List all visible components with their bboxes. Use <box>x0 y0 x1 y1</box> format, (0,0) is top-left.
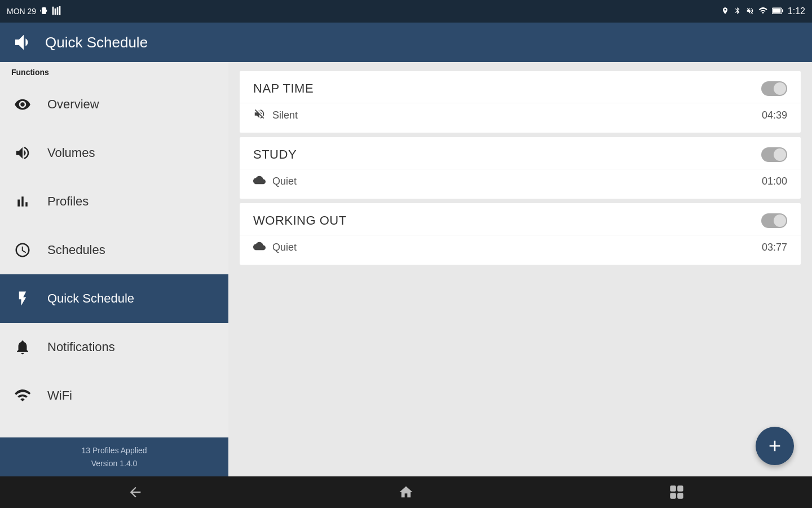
working-out-toggle[interactable] <box>761 213 787 228</box>
sidebar-label-notifications: Notifications <box>47 340 115 354</box>
battery-icon <box>772 7 783 16</box>
svg-rect-2 <box>773 8 780 13</box>
bottom-nav-bar <box>0 476 812 508</box>
sidebar: Functions Overview Volumes Profiles <box>0 62 228 476</box>
sidebar-item-profiles[interactable]: Profiles <box>0 177 228 226</box>
svg-rect-5 <box>678 487 682 491</box>
sidebar-label-quick-schedule: Quick Schedule <box>47 291 134 306</box>
sidebar-item-overview[interactable]: Overview <box>0 80 228 129</box>
study-detail: Quiet 01:00 <box>240 169 801 199</box>
working-out-mode-label: Quiet <box>272 242 297 253</box>
add-schedule-fab[interactable] <box>756 427 794 465</box>
nap-time-name: NAP TIME <box>253 81 314 96</box>
study-toggle[interactable] <box>761 147 787 162</box>
working-out-time: 03:77 <box>762 242 787 253</box>
nap-time-mode: Silent <box>253 108 298 122</box>
bluetooth-icon <box>734 7 742 16</box>
nap-time-time: 04:39 <box>762 110 787 121</box>
app-icon <box>11 30 36 55</box>
study-time: 01:00 <box>762 176 787 187</box>
content-area: NAP TIME Silent 04:39 STUDY <box>228 62 812 476</box>
app-title: Quick Schedule <box>45 34 148 51</box>
quiet-icon-study <box>253 174 266 189</box>
sidebar-item-schedules[interactable]: Schedules <box>0 226 228 274</box>
app-header: Quick Schedule <box>0 23 812 62</box>
study-mode: Quiet <box>253 174 297 189</box>
study-name: STUDY <box>253 147 297 162</box>
svg-rect-3 <box>671 487 676 491</box>
bolt-icon <box>11 290 34 307</box>
volume-icon <box>11 144 34 161</box>
sidebar-section-header: Functions <box>0 62 228 80</box>
status-bar: MON 29 1:12 <box>0 0 812 23</box>
signal-icon <box>52 6 61 17</box>
main-layout: Functions Overview Volumes Profiles <box>0 62 812 476</box>
working-out-detail: Quiet 03:77 <box>240 235 801 265</box>
sidebar-label-overview: Overview <box>47 97 99 112</box>
wifi-nav-icon <box>11 387 34 404</box>
schedule-card-nap-time: NAP TIME Silent 04:39 <box>240 71 801 133</box>
svg-rect-6 <box>678 493 682 498</box>
nap-time-header: NAP TIME <box>240 71 801 103</box>
schedule-card-study: STUDY Quiet 01:00 <box>240 137 801 199</box>
nap-time-mode-label: Silent <box>272 110 298 121</box>
quiet-icon-workout <box>253 240 266 255</box>
mute-icon <box>746 7 754 16</box>
schedule-card-working-out: WORKING OUT Quiet 03:77 <box>240 203 801 265</box>
svg-rect-4 <box>671 493 676 498</box>
clock-icon <box>11 242 34 259</box>
location-icon <box>721 7 729 16</box>
working-out-name: WORKING OUT <box>253 213 347 228</box>
recents-button[interactable] <box>654 476 699 508</box>
profiles-applied: 13 Profiles Applied <box>11 444 217 457</box>
sidebar-label-volumes: Volumes <box>47 146 95 160</box>
study-mode-label: Quiet <box>272 176 297 187</box>
vibrate-icon <box>39 6 48 17</box>
eye-icon <box>11 96 34 113</box>
back-button[interactable] <box>113 476 158 508</box>
svg-rect-1 <box>782 9 783 12</box>
home-button[interactable] <box>383 476 429 508</box>
sidebar-item-notifications[interactable]: Notifications <box>0 323 228 371</box>
time-display: 1:12 <box>788 6 805 16</box>
study-header: STUDY <box>240 137 801 169</box>
sidebar-item-volumes[interactable]: Volumes <box>0 129 228 177</box>
nap-time-toggle[interactable] <box>761 81 787 96</box>
sidebar-item-wifi[interactable]: WiFi <box>0 371 228 420</box>
sidebar-label-schedules: Schedules <box>47 243 105 257</box>
profiles-icon <box>11 193 34 210</box>
date-display: MON 29 <box>7 7 36 16</box>
version-text: Version 1.4.0 <box>11 457 217 470</box>
sidebar-footer: 13 Profiles Applied Version 1.4.0 <box>0 437 228 476</box>
wifi-icon <box>758 6 767 17</box>
sidebar-item-quick-schedule[interactable]: Quick Schedule <box>0 274 228 323</box>
silent-icon <box>253 108 266 122</box>
sidebar-label-profiles: Profiles <box>47 194 89 209</box>
nap-time-detail: Silent 04:39 <box>240 103 801 133</box>
bell-icon <box>11 339 34 356</box>
working-out-mode: Quiet <box>253 240 297 255</box>
working-out-header: WORKING OUT <box>240 203 801 235</box>
sidebar-label-wifi: WiFi <box>47 388 72 403</box>
